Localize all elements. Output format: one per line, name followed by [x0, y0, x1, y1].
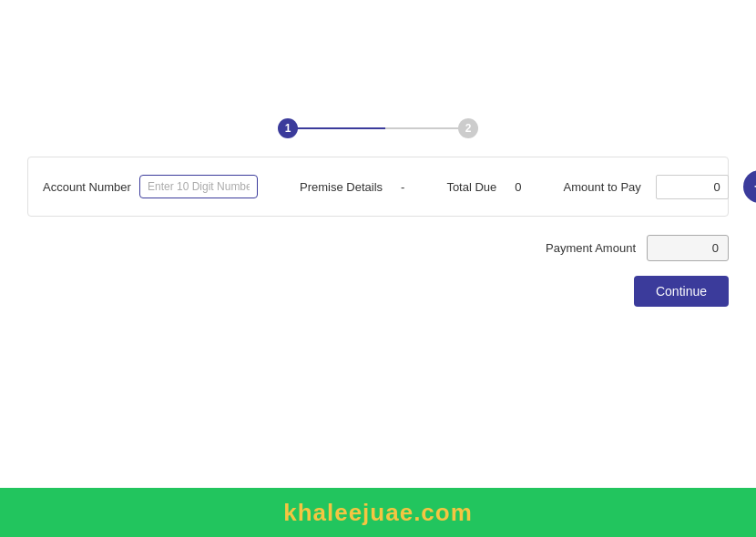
- add-button[interactable]: +: [743, 170, 756, 203]
- amount-to-pay-label: Amount to Pay: [564, 180, 641, 194]
- payment-amount-row: Payment Amount: [546, 235, 729, 261]
- amount-to-pay-input[interactable]: [656, 175, 729, 199]
- footer-text: khaleejuae.com: [283, 499, 473, 527]
- progress-line-filled: [292, 127, 385, 129]
- step-1-circle: 1: [278, 118, 298, 138]
- card-row: Account Number Premise Details - Total D…: [28, 157, 728, 216]
- payment-amount-input[interactable]: [647, 235, 729, 261]
- total-due-value: 0: [515, 180, 521, 194]
- account-number-input[interactable]: [139, 175, 258, 198]
- step-1-label: 1: [285, 122, 291, 135]
- account-number-label: Account Number: [43, 180, 125, 194]
- payment-amount-label: Payment Amount: [546, 241, 636, 255]
- premise-details-label: Premise Details: [300, 180, 383, 194]
- continue-button-label: Continue: [656, 284, 707, 299]
- progress-area: 1 2: [0, 0, 756, 157]
- step-2-label: 2: [465, 122, 472, 135]
- step-2-circle: 2: [458, 118, 478, 138]
- progress-track: 1 2: [278, 118, 478, 138]
- total-due-label: Total Due: [446, 180, 496, 194]
- main-card: Account Number Premise Details - Total D…: [27, 157, 729, 217]
- payment-section: Payment Amount Continue: [27, 235, 729, 307]
- premise-details-value: -: [401, 180, 404, 194]
- footer-banner: khaleejuae.com: [0, 488, 756, 537]
- continue-button[interactable]: Continue: [634, 276, 729, 307]
